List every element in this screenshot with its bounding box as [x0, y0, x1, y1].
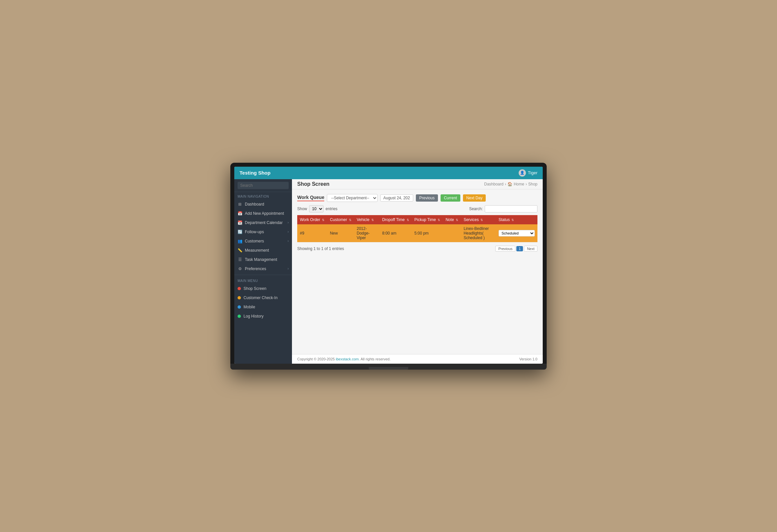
date-input[interactable] — [380, 194, 413, 202]
customers-icon: 👥 — [238, 239, 242, 243]
sort-icon-note: ⇅ — [456, 219, 458, 222]
sidebar-label-customers: Customers — [245, 239, 264, 243]
sidebar-label-preferences: Preferences — [245, 266, 266, 271]
next-day-button[interactable]: Next Day — [463, 194, 486, 202]
laptop-base — [230, 364, 547, 370]
pagination-next[interactable]: Next — [524, 246, 537, 252]
main-menu-label: MAIN MENU — [234, 276, 292, 284]
sidebar-item-customers[interactable]: 👥 Customers › — [234, 237, 292, 246]
sidebar-item-task-management[interactable]: ☰ Task Management — [234, 255, 292, 264]
sidebar-label-followups: Follow-ups — [245, 230, 264, 234]
mobile-dot — [238, 305, 241, 309]
breadcrumb-dashboard[interactable]: Dashboard — [484, 182, 504, 186]
entries-label: entries — [326, 207, 337, 211]
app-title: Testing Shop — [240, 170, 270, 175]
user-name: Tiger — [528, 170, 537, 175]
sort-icon-status: ⇅ — [512, 219, 514, 222]
col-vehicle[interactable]: Vehicle ⇅ — [354, 215, 379, 224]
measurement-icon: 📏 — [238, 248, 242, 253]
sidebar-item-followups[interactable]: 🔄 Follow-ups › — [234, 227, 292, 237]
sort-icon-cust: ⇅ — [349, 219, 352, 222]
cell-vehicle: 2012-Dodge-Viper — [354, 224, 379, 243]
entries-select[interactable]: 10 — [309, 205, 324, 213]
sidebar-item-preferences[interactable]: ⚙ Preferences › — [234, 264, 292, 273]
content-inner: Work Queue --Select Department-- Previou… — [292, 189, 543, 354]
footer-rights: All rights reserved. — [360, 357, 391, 361]
previous-button[interactable]: Previous — [416, 194, 438, 202]
sort-icon-veh: ⇅ — [371, 219, 374, 222]
customer-checkin-dot — [238, 296, 241, 299]
chevron-right-icon-2: › — [288, 230, 289, 234]
table-search-input[interactable] — [485, 205, 537, 213]
footer-version: Version 1.0 — [519, 357, 537, 361]
sidebar-label-mobile: Mobile — [243, 305, 255, 309]
sidebar-item-add-appointment[interactable]: 📅 Add New Appointment — [234, 209, 292, 218]
show-entries-left: Show 10 entries — [297, 205, 337, 213]
sidebar-label-customer-checkin: Customer Check-In — [243, 295, 278, 300]
footer-copyright: Copyright © 2020-2025 ibexstack.com. All… — [297, 357, 391, 361]
sort-icon-pick: ⇅ — [438, 219, 440, 222]
sidebar-label-task-mgmt: Task Management — [245, 257, 277, 262]
work-queue-header: Work Queue --Select Department-- Previou… — [297, 194, 537, 202]
col-pickup[interactable]: Pickup Time ⇅ — [412, 215, 443, 224]
sidebar-label-measurement: Measurement — [245, 248, 269, 253]
status-select[interactable]: Scheduled — [498, 230, 535, 237]
user-menu[interactable]: 👤 Tiger — [519, 169, 537, 176]
sidebar-item-measurement[interactable]: 📏 Measurement — [234, 246, 292, 255]
user-avatar: 👤 — [519, 169, 526, 176]
showing-text: Showing 1 to 1 of 1 entries — [297, 246, 344, 251]
page-footer: Copyright © 2020-2025 ibexstack.com. All… — [292, 354, 543, 364]
sidebar-label-log-history: Log History — [243, 314, 263, 318]
sidebar-search-wrapper — [234, 179, 292, 192]
col-dropoff[interactable]: Dropoff Time ⇅ — [379, 215, 412, 224]
sidebar-label-add-appointment: Add New Appointment — [245, 211, 284, 216]
col-note[interactable]: Note ⇅ — [443, 215, 461, 224]
breadcrumb: Dashboard › 🏠 Home › Shop — [484, 182, 537, 186]
app-body: MAIN NAVIGATION ⊞ Dashboard 📅 Add New Ap… — [234, 179, 543, 364]
footer-link[interactable]: ibexstack.com. — [336, 357, 360, 361]
col-work-order[interactable]: Work Order ⇅ — [297, 215, 327, 224]
breadcrumb-bar: Shop Screen Dashboard › 🏠 Home › Shop — [292, 179, 543, 189]
chevron-right-icon-3: › — [288, 239, 289, 243]
sort-icon-svc: ⇅ — [480, 219, 483, 222]
breadcrumb-home[interactable]: 🏠 — [508, 182, 513, 186]
search-right: Search: — [469, 205, 537, 213]
sidebar-item-customer-checkin[interactable]: Customer Check-In — [234, 293, 292, 302]
cell-dropoff: 8:00 am — [379, 224, 412, 243]
cell-customer: New — [327, 224, 354, 243]
cell-note — [443, 224, 461, 243]
cell-work-order: #9 — [297, 224, 327, 243]
breadcrumb-sep-2: › — [526, 182, 527, 186]
screen: Testing Shop 👤 Tiger MAIN NAVIGATION ⊞ D… — [234, 167, 543, 364]
sidebar-item-shop-screen[interactable]: Shop Screen — [234, 284, 292, 293]
col-status[interactable]: Status ⇅ — [496, 215, 537, 224]
sidebar-item-log-history[interactable]: Log History — [234, 312, 292, 321]
sidebar-item-dashboard[interactable]: ⊞ Dashboard — [234, 200, 292, 209]
top-bar: Testing Shop 👤 Tiger — [234, 167, 543, 179]
sort-icon-drop: ⇅ — [407, 219, 409, 222]
search-input[interactable] — [238, 182, 289, 189]
task-mgmt-icon: ☰ — [238, 257, 242, 262]
main-content: Shop Screen Dashboard › 🏠 Home › Shop Wo… — [292, 179, 543, 364]
sidebar-item-dept-calendar[interactable]: 📆 Department Calendar › — [234, 218, 292, 227]
table-row: #9 New 2012-Dodge-Viper 8:00 am 5:00 pm … — [297, 224, 537, 243]
breadcrumb-sep-1: › — [505, 182, 506, 186]
col-services[interactable]: Services ⇅ — [461, 215, 496, 224]
dept-calendar-icon: 📆 — [238, 220, 242, 225]
log-history-dot — [238, 314, 241, 318]
dashboard-icon: ⊞ — [238, 202, 242, 207]
sidebar: MAIN NAVIGATION ⊞ Dashboard 📅 Add New Ap… — [234, 179, 292, 364]
sort-icon-wo: ⇅ — [322, 219, 325, 222]
breadcrumb-current: Shop — [528, 182, 537, 186]
sidebar-label-dept-calendar: Department Calendar — [245, 220, 283, 225]
current-button[interactable]: Current — [441, 194, 460, 202]
add-appointment-icon: 📅 — [238, 211, 242, 216]
table-footer: Showing 1 to 1 of 1 entries Previous 1 N… — [297, 246, 537, 252]
pagination-page-1[interactable]: 1 — [516, 246, 523, 251]
cell-pickup: 5:00 pm — [412, 224, 443, 243]
sidebar-item-mobile[interactable]: Mobile — [234, 302, 292, 312]
department-select[interactable]: --Select Department-- — [327, 194, 377, 202]
pagination-previous[interactable]: Previous — [495, 246, 515, 252]
col-customer[interactable]: Customer ⇅ — [327, 215, 354, 224]
chevron-right-icon: › — [288, 221, 289, 224]
